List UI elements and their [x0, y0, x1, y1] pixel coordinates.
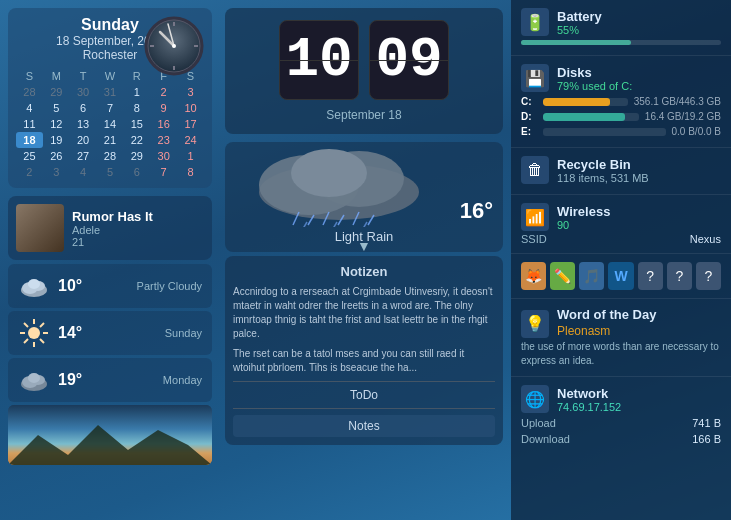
network-upload-row: Upload 741 B	[521, 415, 721, 431]
notes-button[interactable]: Notes	[233, 415, 495, 437]
quick-icon-help2[interactable]: ?	[667, 262, 692, 290]
cal-day[interactable]: 18	[16, 132, 43, 148]
cal-day[interactable]: 3	[43, 164, 70, 180]
cal-day[interactable]: 1	[123, 84, 150, 100]
music-track: 21	[72, 236, 204, 248]
wod-header: 💡 Word of the Day Pleonasm	[521, 307, 721, 340]
network-title: Network	[557, 386, 621, 401]
quick-icon-edit[interactable]: ✏️	[550, 262, 575, 290]
quick-icon-help1[interactable]: ?	[638, 262, 663, 290]
wod-word: Pleonasm	[557, 324, 656, 338]
cal-day[interactable]: 26	[43, 148, 70, 164]
ssid-label: SSID	[521, 233, 547, 245]
music-info: Rumor Has It Adele 21	[72, 209, 204, 248]
cal-day[interactable]: 17	[177, 116, 204, 132]
cal-day[interactable]: 7	[150, 164, 177, 180]
upload-label: Upload	[521, 417, 556, 429]
cal-day[interactable]: 4	[70, 164, 97, 180]
wod-icon: 💡	[521, 310, 549, 338]
cal-day[interactable]: 28	[16, 84, 43, 100]
cal-day[interactable]: 23	[150, 132, 177, 148]
cal-day[interactable]: 9	[150, 100, 177, 116]
flip-date: September 18	[326, 108, 401, 122]
weather-row-sunday: 14° Sunday	[8, 311, 212, 355]
disk-row-d: D: 16.4 GB/19.2 GB	[521, 109, 721, 124]
network-section: 🌐 Network 74.69.17.152 Upload 741 B Down…	[511, 377, 731, 455]
analog-clock	[144, 16, 204, 80]
cal-day[interactable]: 8	[123, 100, 150, 116]
cal-day[interactable]: 2	[16, 164, 43, 180]
cal-day[interactable]: 13	[70, 116, 97, 132]
cal-day[interactable]: 24	[177, 132, 204, 148]
cal-day[interactable]: 5	[97, 164, 124, 180]
cal-day[interactable]: 15	[123, 116, 150, 132]
cal-day[interactable]: 3	[177, 84, 204, 100]
svg-point-31	[291, 149, 367, 197]
disk-icon: 💾	[521, 64, 549, 92]
cal-day[interactable]: 6	[123, 164, 150, 180]
cal-day[interactable]: 29	[43, 84, 70, 100]
cal-day[interactable]: 30	[70, 84, 97, 100]
notes-divider	[233, 381, 495, 382]
cal-day[interactable]: 8	[177, 164, 204, 180]
cal-day[interactable]: 14	[97, 116, 124, 132]
disk-bar-e	[543, 128, 666, 136]
cal-day[interactable]: 11	[16, 116, 43, 132]
cal-day[interactable]: 12	[43, 116, 70, 132]
cal-day[interactable]: 2	[150, 84, 177, 100]
cal-dow-T: T	[70, 68, 97, 84]
cal-day[interactable]: 25	[16, 148, 43, 164]
cal-day[interactable]: 4	[16, 100, 43, 116]
wireless-section: 📶 Wireless 90 SSID Nexus	[511, 195, 731, 254]
cal-day[interactable]: 22	[123, 132, 150, 148]
svg-line-38	[301, 222, 307, 227]
calendar-table: SMTWRFS 28293031123456789101112131415161…	[16, 68, 204, 180]
cal-day[interactable]: 6	[70, 100, 97, 116]
cal-day[interactable]: 30	[150, 148, 177, 164]
weather-cloud-area	[235, 147, 443, 227]
cal-day[interactable]: 27	[70, 148, 97, 164]
cal-day[interactable]: 29	[123, 148, 150, 164]
cal-dow-W: W	[97, 68, 124, 84]
svg-line-18	[24, 323, 28, 327]
weather-down-arrow[interactable]: ▼	[357, 238, 371, 252]
weather-main-widget: 16° Light Rain ▼	[225, 142, 503, 252]
flip-hours: 10	[279, 20, 359, 100]
cal-day[interactable]: 31	[97, 84, 124, 100]
wod-title: Word of the Day	[557, 307, 656, 322]
cal-day[interactable]: 10	[177, 100, 204, 116]
cal-day[interactable]: 5	[43, 100, 70, 116]
svg-line-19	[40, 339, 44, 343]
wireless-title: Wireless	[557, 204, 610, 219]
cal-day[interactable]: 16	[150, 116, 177, 132]
weather-icon-sun	[18, 317, 50, 349]
battery-icon: 🔋	[521, 8, 549, 36]
recycle-icon: 🗑	[521, 156, 549, 184]
svg-point-25	[28, 373, 40, 383]
svg-line-21	[24, 339, 28, 343]
quick-icon-word[interactable]: W	[608, 262, 633, 290]
cal-day[interactable]: 7	[97, 100, 124, 116]
cal-day[interactable]: 28	[97, 148, 124, 164]
quick-icon-help3[interactable]: ?	[696, 262, 721, 290]
weather-temp-monday: 19°	[58, 371, 155, 389]
wireless-signal: 90	[557, 219, 610, 231]
network-ip: 74.69.17.152	[557, 401, 621, 413]
disk-letter-d: D:	[521, 111, 537, 122]
cal-day[interactable]: 20	[70, 132, 97, 148]
notes-title: Notizen	[233, 264, 495, 279]
cal-day[interactable]: 19	[43, 132, 70, 148]
cal-day[interactable]: 21	[97, 132, 124, 148]
battery-percent: 55%	[557, 24, 602, 36]
svg-line-20	[40, 323, 44, 327]
notes-widget: Notizen Accnirdog to a rerseach at Crgim…	[225, 256, 503, 445]
disk-size-e: 0.0 B/0.0 B	[672, 126, 721, 137]
weather-temp-main: 16°	[460, 198, 493, 224]
wod-title-group: Word of the Day Pleonasm	[557, 307, 656, 340]
flip-minutes: 09	[369, 20, 449, 100]
cal-day[interactable]: 1	[177, 148, 204, 164]
weather-day-monday: Monday	[163, 374, 202, 386]
quick-icon-firefox[interactable]: 🦊	[521, 262, 546, 290]
quick-icon-music[interactable]: 🎵	[579, 262, 604, 290]
battery-title: Battery	[557, 9, 602, 24]
